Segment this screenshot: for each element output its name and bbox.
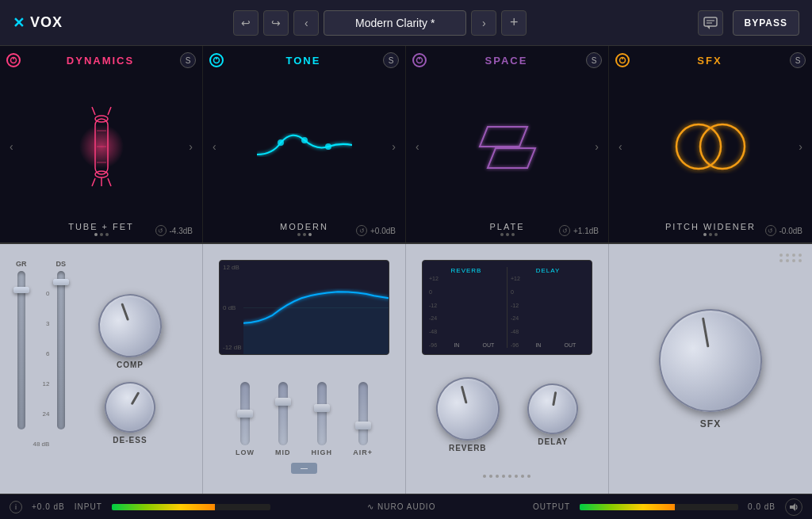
- svg-point-21: [301, 137, 308, 143]
- volume-button[interactable]: [785, 498, 802, 516]
- dynamics-next-button[interactable]: ›: [186, 137, 196, 156]
- dynamics-title: DYNAMICS: [27, 55, 174, 67]
- sfx-next-button[interactable]: ›: [795, 137, 806, 156]
- dot: [308, 233, 312, 236]
- app-logo: ✕ VOX: [13, 14, 63, 32]
- sfx-prev-button[interactable]: ‹: [615, 137, 626, 156]
- tone-prev-button[interactable]: ‹: [209, 137, 220, 156]
- delay-scale: +120-12-24-48-96: [511, 276, 522, 348]
- space-db: ↺ +1.1dB: [559, 225, 599, 236]
- gr-slider[interactable]: [17, 271, 25, 429]
- deess-knob[interactable]: [95, 372, 164, 441]
- speaker-dot: [527, 475, 530, 478]
- dynamics-knobs: COMP DE-ESS: [74, 260, 186, 478]
- airplus-fader-item: AIR+: [353, 382, 373, 456]
- space-nav: ‹ ›: [412, 71, 602, 222]
- eq-mode-button[interactable]: —: [291, 463, 317, 474]
- reverb-bars: IN OUT: [442, 276, 504, 348]
- airplus-thumb[interactable]: [355, 422, 371, 429]
- low-thumb[interactable]: [237, 410, 253, 418]
- tone-dots: [297, 233, 312, 236]
- comp-knob-container: COMP: [98, 294, 162, 369]
- low-fader[interactable]: [240, 382, 250, 445]
- sfx-knob[interactable]: [651, 300, 771, 420]
- sfx-title: SFX: [636, 55, 783, 67]
- space-icon: [423, 107, 592, 186]
- dot: [105, 233, 109, 236]
- reverb-knob[interactable]: [429, 370, 507, 448]
- svg-rect-0: [704, 17, 717, 26]
- speaker-dot: [502, 475, 505, 478]
- ds-thumb[interactable]: [53, 279, 69, 285]
- dot: [297, 233, 301, 236]
- high-fader[interactable]: [317, 382, 327, 445]
- undo-button[interactable]: ↩: [233, 10, 259, 36]
- prev-preset-button[interactable]: ‹: [293, 10, 319, 36]
- scale-6: 6: [33, 350, 50, 357]
- sfx-dot: [792, 254, 795, 257]
- dynamics-prev-button[interactable]: ‹: [6, 137, 17, 156]
- tone-control-area: 12 dB 0 dB -12 dB: [213, 254, 396, 484]
- sfx-controls: SFX: [609, 244, 812, 494]
- sfx-s-button[interactable]: S: [790, 52, 806, 68]
- dot: [500, 233, 504, 236]
- comp-knob[interactable]: [90, 284, 171, 366]
- svg-point-29: [676, 124, 721, 169]
- info-button[interactable]: i: [10, 501, 22, 513]
- bypass-button[interactable]: BYPASS: [733, 10, 799, 36]
- ds-slider[interactable]: [57, 271, 65, 429]
- next-preset-button[interactable]: ›: [471, 10, 496, 36]
- dot: [709, 233, 712, 236]
- eq-0db-label: 0 dB: [223, 304, 236, 311]
- nuro-audio-label: ∿ NURO AUDIO: [367, 502, 435, 511]
- dot: [94, 233, 98, 236]
- mid-fader[interactable]: [278, 382, 288, 445]
- sfx-dot: [779, 254, 783, 257]
- preset-name[interactable]: Modern Clarity *: [324, 10, 466, 36]
- sfx-icon: [626, 111, 796, 182]
- dynamics-icon: [17, 103, 186, 190]
- tone-s-button[interactable]: S: [383, 52, 399, 68]
- redo-button[interactable]: ↪: [263, 10, 289, 36]
- space-knobs: REVERB DELAY: [422, 361, 592, 468]
- chat-button[interactable]: [698, 10, 723, 36]
- airplus-fader[interactable]: [358, 382, 368, 445]
- add-preset-button[interactable]: +: [501, 10, 527, 36]
- dynamics-dots: [94, 233, 109, 236]
- space-power-button[interactable]: [412, 53, 427, 67]
- delay-knob[interactable]: [523, 380, 582, 438]
- eq-display: 12 dB 0 dB -12 dB: [219, 260, 389, 355]
- airplus-label: AIR+: [353, 448, 373, 456]
- high-thumb[interactable]: [314, 404, 330, 412]
- mid-fader-item: MID: [275, 382, 291, 456]
- space-s-button[interactable]: S: [586, 52, 602, 68]
- comp-label: COMP: [117, 361, 144, 369]
- dynamics-power-button[interactable]: [6, 53, 21, 67]
- speaker-dot: [515, 475, 518, 478]
- sfx-power-button[interactable]: [615, 53, 630, 67]
- scale-24: 24: [33, 410, 50, 418]
- scale-48: 48 dB: [33, 441, 50, 448]
- output-meter: [580, 504, 738, 510]
- dynamics-s-button[interactable]: S: [180, 52, 196, 68]
- svg-line-17: [108, 107, 111, 115]
- dynamics-nav: ‹: [6, 71, 196, 222]
- tone-power-button[interactable]: [209, 53, 224, 67]
- sfx-dot: [792, 259, 795, 262]
- space-next-button[interactable]: ›: [592, 137, 602, 156]
- tone-next-button[interactable]: ›: [389, 137, 399, 156]
- reverb-knob-container: REVERB: [436, 377, 500, 452]
- delay-in-bar: IN: [523, 341, 553, 348]
- dynamics-module: DYNAMICS S ‹: [0, 46, 203, 242]
- reverb-in-bar: IN: [442, 341, 472, 348]
- eq-neg12db-label: -12 dB: [223, 344, 242, 351]
- dynamics-controls: GR 0 3 6 12 24 48 dB DS: [0, 244, 203, 494]
- gr-thumb[interactable]: [13, 287, 29, 293]
- dot: [714, 233, 718, 236]
- gr-fader-track: GR: [16, 260, 27, 478]
- tone-controls: 12 dB 0 dB -12 dB: [203, 244, 406, 494]
- space-dots: [500, 233, 515, 236]
- mid-thumb[interactable]: [275, 398, 291, 406]
- speaker-dot: [489, 475, 492, 478]
- space-prev-button[interactable]: ‹: [412, 137, 423, 156]
